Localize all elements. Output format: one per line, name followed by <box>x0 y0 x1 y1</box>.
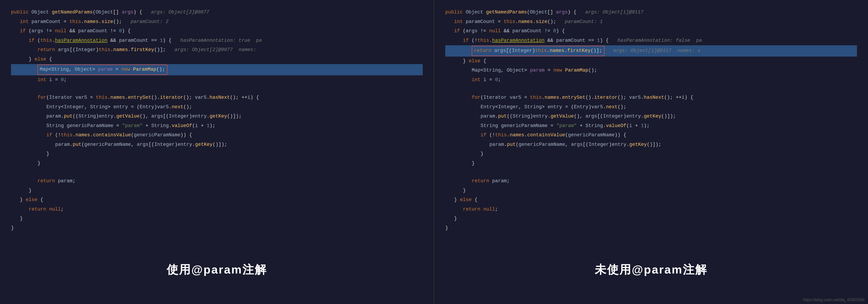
code-line-7: Map<String, Object> param = new ParamMap… <box>11 64 423 75</box>
code-line-else: } else { <box>11 195 423 205</box>
r-code-line-11: Entry<Integer, String> entry = (Entry)va… <box>445 103 857 112</box>
r-code-line-4: if (!this.hasParamAnnotation && paramCou… <box>445 36 857 46</box>
code-line-5: return args[(Integer)this.names.firstKey… <box>11 45 423 55</box>
watermark: https://blog.csdn.net/dkj_42002006 <box>803 298 865 302</box>
r-code-line-return-null: return null; <box>445 205 857 214</box>
r-code-line-6: } else { <box>445 57 857 66</box>
left-panel: public Object getNamedParams(Object[] ar… <box>0 0 434 304</box>
r-code-line-17: } <box>445 159 857 168</box>
r-code-line-10: for(Iterator var5 = this.names.entrySet(… <box>445 93 857 103</box>
r-code-line-2: int paramCount = this.names.size(); para… <box>445 17 857 27</box>
code-line-3: if (args != null && paramCount != 0) { <box>11 27 423 36</box>
r-code-line-empty1 <box>445 85 857 93</box>
code-line-empty1 <box>11 85 423 93</box>
r-code-line-close2: } <box>445 214 857 224</box>
code-line-10: for(Iterator var5 = this.names.entrySet(… <box>11 93 423 103</box>
r-code-line-else: } else { <box>445 195 857 205</box>
r-code-line-5: return args[(Integer)this.names.firstKey… <box>445 45 857 57</box>
code-line-1: public Object getNamedParams(Object[] ar… <box>11 8 423 17</box>
r-code-line-1: public Object getNamedParams(Object[] ar… <box>445 8 857 17</box>
r-code-line-8: int i = 0; <box>445 75 857 85</box>
code-line-17: } <box>11 159 423 168</box>
code-line-2: int paramCount = this.names.size(); para… <box>11 17 423 27</box>
code-line-16: } <box>11 149 423 159</box>
code-line-close3: } <box>11 224 423 233</box>
r-code-line-13: String genericParamName = "param" + Stri… <box>445 121 857 131</box>
left-label: 使用@param注解 <box>167 262 267 277</box>
code-line-8: int i = 0; <box>11 75 423 85</box>
right-label: 未使用@param注解 <box>595 262 708 277</box>
right-panel: public Object getNamedParams(Object[] ar… <box>434 0 868 304</box>
left-code-area: public Object getNamedParams(Object[] ar… <box>7 4 427 236</box>
code-line-return-null: return null; <box>11 205 423 214</box>
main-container: public Object getNamedParams(Object[] ar… <box>0 0 868 304</box>
r-code-line-15: param.put(genericParamName, args[(Intege… <box>445 140 857 149</box>
r-code-line-close1: } <box>445 186 857 195</box>
code-line-6: } else { <box>11 55 423 64</box>
code-line-11: Entry<Integer, String> entry = (Entry)va… <box>11 103 423 112</box>
r-code-line-close3: } <box>445 224 857 233</box>
code-line-14: if (!this.names.containsValue(genericPar… <box>11 131 423 140</box>
r-code-line-3: if (args != null && paramCount != 0) { <box>445 27 857 36</box>
code-line-return-param: return param; <box>11 176 423 186</box>
code-line-15: param.put(genericParamName, args[(Intege… <box>11 140 423 149</box>
code-line-12: param.put((String)entry.getValue(), args… <box>11 112 423 121</box>
r-code-line-16: } <box>445 149 857 159</box>
r-code-line-7: Map<String, Object> param = new ParamMap… <box>445 66 857 75</box>
code-line-4: if (this.hasParamAnnotation && paramCoun… <box>11 36 423 46</box>
r-code-line-return-param: return param; <box>445 176 857 186</box>
r-code-line-14: if (!this.names.containsValue(genericPar… <box>445 131 857 140</box>
r-code-line-empty2 <box>445 168 857 176</box>
code-line-13: String genericParamName = "param" + Stri… <box>11 121 423 131</box>
code-line-close1: } <box>11 186 423 195</box>
right-code-area: public Object getNamedParams(Object[] ar… <box>441 4 861 236</box>
code-line-close2: } <box>11 214 423 224</box>
code-line-empty2 <box>11 168 423 176</box>
r-code-line-12: param.put((String)entry.getValue(), args… <box>445 112 857 121</box>
